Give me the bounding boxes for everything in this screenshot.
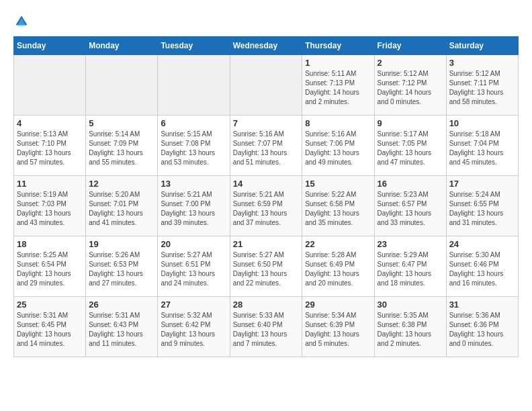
day-number: 11 xyxy=(17,179,83,189)
logo xyxy=(13,13,32,30)
calendar-week-3: 11Sunrise: 5:19 AMSunset: 7:03 PMDayligh… xyxy=(14,176,519,236)
day-detail: Sunrise: 5:35 AMSunset: 6:38 PMDaylight:… xyxy=(378,311,443,349)
day-detail: Sunrise: 5:26 AMSunset: 6:53 PMDaylight:… xyxy=(89,250,154,288)
calendar-cell: 28Sunrise: 5:33 AMSunset: 6:40 PMDayligh… xyxy=(230,297,302,357)
calendar-cell: 6Sunrise: 5:15 AMSunset: 7:08 PMDaylight… xyxy=(158,116,230,176)
day-detail: Sunrise: 5:12 AMSunset: 7:12 PMDaylight:… xyxy=(378,69,443,107)
day-number: 29 xyxy=(305,300,371,310)
day-number: 30 xyxy=(378,300,443,310)
calendar-cell: 13Sunrise: 5:21 AMSunset: 7:00 PMDayligh… xyxy=(158,176,230,236)
calendar-table: SundayMondayTuesdayWednesdayThursdayFrid… xyxy=(13,36,519,357)
calendar-cell xyxy=(158,55,230,116)
day-detail: Sunrise: 5:28 AMSunset: 6:49 PMDaylight:… xyxy=(305,250,371,288)
column-header-tuesday: Tuesday xyxy=(158,37,230,55)
day-number: 21 xyxy=(233,239,300,249)
day-number: 7 xyxy=(233,118,300,128)
calendar-week-5: 25Sunrise: 5:31 AMSunset: 6:45 PMDayligh… xyxy=(14,297,519,357)
calendar-cell: 18Sunrise: 5:25 AMSunset: 6:54 PMDayligh… xyxy=(14,236,86,297)
day-number: 22 xyxy=(305,239,371,249)
day-number: 24 xyxy=(449,239,515,249)
day-detail: Sunrise: 5:14 AMSunset: 7:09 PMDaylight:… xyxy=(89,130,154,167)
calendar-cell: 26Sunrise: 5:31 AMSunset: 6:43 PMDayligh… xyxy=(86,297,158,357)
day-number: 1 xyxy=(305,58,371,68)
day-number: 2 xyxy=(378,58,443,68)
calendar-cell: 31Sunrise: 5:36 AMSunset: 6:36 PMDayligh… xyxy=(446,297,518,357)
calendar-cell: 10Sunrise: 5:18 AMSunset: 7:04 PMDayligh… xyxy=(446,116,518,176)
calendar-cell: 27Sunrise: 5:32 AMSunset: 6:42 PMDayligh… xyxy=(158,297,230,357)
calendar-cell xyxy=(230,55,302,116)
day-detail: Sunrise: 5:20 AMSunset: 7:01 PMDaylight:… xyxy=(89,190,154,228)
day-detail: Sunrise: 5:15 AMSunset: 7:08 PMDaylight:… xyxy=(161,130,226,167)
calendar-cell: 24Sunrise: 5:30 AMSunset: 6:46 PMDayligh… xyxy=(446,236,518,297)
day-detail: Sunrise: 5:30 AMSunset: 6:46 PMDaylight:… xyxy=(449,250,515,288)
day-number: 31 xyxy=(449,300,515,310)
day-detail: Sunrise: 5:23 AMSunset: 6:57 PMDaylight:… xyxy=(378,190,443,228)
calendar-cell: 3Sunrise: 5:12 AMSunset: 7:11 PMDaylight… xyxy=(446,55,518,116)
day-detail: Sunrise: 5:25 AMSunset: 6:54 PMDaylight:… xyxy=(17,250,83,288)
day-number: 23 xyxy=(378,239,443,249)
page-header xyxy=(13,13,519,30)
calendar-week-1: 1Sunrise: 5:11 AMSunset: 7:13 PMDaylight… xyxy=(14,55,519,116)
calendar-cell: 16Sunrise: 5:23 AMSunset: 6:57 PMDayligh… xyxy=(374,176,446,236)
day-detail: Sunrise: 5:11 AMSunset: 7:13 PMDaylight:… xyxy=(305,69,371,107)
calendar-cell: 4Sunrise: 5:13 AMSunset: 7:10 PMDaylight… xyxy=(14,116,86,176)
calendar-cell: 5Sunrise: 5:14 AMSunset: 7:09 PMDaylight… xyxy=(86,116,158,176)
calendar-cell: 1Sunrise: 5:11 AMSunset: 7:13 PMDaylight… xyxy=(302,55,374,116)
day-number: 19 xyxy=(89,239,154,249)
day-detail: Sunrise: 5:27 AMSunset: 6:50 PMDaylight:… xyxy=(233,250,300,288)
day-number: 26 xyxy=(89,300,154,310)
day-detail: Sunrise: 5:36 AMSunset: 6:36 PMDaylight:… xyxy=(449,311,515,349)
day-detail: Sunrise: 5:32 AMSunset: 6:42 PMDaylight:… xyxy=(161,311,226,349)
day-detail: Sunrise: 5:21 AMSunset: 7:00 PMDaylight:… xyxy=(161,190,226,228)
day-number: 28 xyxy=(233,300,300,310)
calendar-cell: 17Sunrise: 5:24 AMSunset: 6:55 PMDayligh… xyxy=(446,176,518,236)
day-detail: Sunrise: 5:31 AMSunset: 6:45 PMDaylight:… xyxy=(17,311,83,349)
day-number: 8 xyxy=(305,118,371,128)
column-header-sunday: Sunday xyxy=(14,37,86,55)
day-number: 16 xyxy=(378,179,443,189)
column-header-thursday: Thursday xyxy=(302,37,374,55)
day-detail: Sunrise: 5:34 AMSunset: 6:39 PMDaylight:… xyxy=(305,311,371,349)
calendar-week-2: 4Sunrise: 5:13 AMSunset: 7:10 PMDaylight… xyxy=(14,116,519,176)
day-detail: Sunrise: 5:33 AMSunset: 6:40 PMDaylight:… xyxy=(233,311,300,349)
day-number: 12 xyxy=(89,179,154,189)
calendar-cell: 15Sunrise: 5:22 AMSunset: 6:58 PMDayligh… xyxy=(302,176,374,236)
calendar-cell: 9Sunrise: 5:17 AMSunset: 7:05 PMDaylight… xyxy=(374,116,446,176)
day-number: 25 xyxy=(17,300,83,310)
calendar-cell xyxy=(86,55,158,116)
day-detail: Sunrise: 5:22 AMSunset: 6:58 PMDaylight:… xyxy=(305,190,371,228)
day-detail: Sunrise: 5:16 AMSunset: 7:06 PMDaylight:… xyxy=(305,130,371,167)
calendar-header-row: SundayMondayTuesdayWednesdayThursdayFrid… xyxy=(14,37,519,55)
day-detail: Sunrise: 5:31 AMSunset: 6:43 PMDaylight:… xyxy=(89,311,154,349)
day-number: 27 xyxy=(161,300,226,310)
day-number: 20 xyxy=(161,239,226,249)
calendar-cell: 7Sunrise: 5:16 AMSunset: 7:07 PMDaylight… xyxy=(230,116,302,176)
calendar-cell: 8Sunrise: 5:16 AMSunset: 7:06 PMDaylight… xyxy=(302,116,374,176)
calendar-cell: 20Sunrise: 5:27 AMSunset: 6:51 PMDayligh… xyxy=(158,236,230,297)
day-detail: Sunrise: 5:29 AMSunset: 6:47 PMDaylight:… xyxy=(378,250,443,288)
day-detail: Sunrise: 5:16 AMSunset: 7:07 PMDaylight:… xyxy=(233,130,300,167)
calendar-cell: 25Sunrise: 5:31 AMSunset: 6:45 PMDayligh… xyxy=(14,297,86,357)
day-number: 5 xyxy=(89,118,154,128)
day-detail: Sunrise: 5:18 AMSunset: 7:04 PMDaylight:… xyxy=(449,130,515,167)
calendar-cell: 2Sunrise: 5:12 AMSunset: 7:12 PMDaylight… xyxy=(374,55,446,116)
calendar-cell xyxy=(14,55,86,116)
column-header-saturday: Saturday xyxy=(446,37,518,55)
day-number: 13 xyxy=(161,179,226,189)
day-number: 17 xyxy=(449,179,515,189)
day-number: 15 xyxy=(305,179,371,189)
calendar-cell: 11Sunrise: 5:19 AMSunset: 7:03 PMDayligh… xyxy=(14,176,86,236)
column-header-wednesday: Wednesday xyxy=(230,37,302,55)
calendar-week-4: 18Sunrise: 5:25 AMSunset: 6:54 PMDayligh… xyxy=(14,236,519,297)
calendar-cell: 14Sunrise: 5:21 AMSunset: 6:59 PMDayligh… xyxy=(230,176,302,236)
column-header-monday: Monday xyxy=(86,37,158,55)
calendar-cell: 29Sunrise: 5:34 AMSunset: 6:39 PMDayligh… xyxy=(302,297,374,357)
column-header-friday: Friday xyxy=(374,37,446,55)
calendar-cell: 19Sunrise: 5:26 AMSunset: 6:53 PMDayligh… xyxy=(86,236,158,297)
calendar-cell: 12Sunrise: 5:20 AMSunset: 7:01 PMDayligh… xyxy=(86,176,158,236)
calendar-cell: 22Sunrise: 5:28 AMSunset: 6:49 PMDayligh… xyxy=(302,236,374,297)
day-number: 6 xyxy=(161,118,226,128)
day-number: 3 xyxy=(449,58,515,68)
day-number: 4 xyxy=(17,118,83,128)
day-detail: Sunrise: 5:21 AMSunset: 6:59 PMDaylight:… xyxy=(233,190,300,228)
